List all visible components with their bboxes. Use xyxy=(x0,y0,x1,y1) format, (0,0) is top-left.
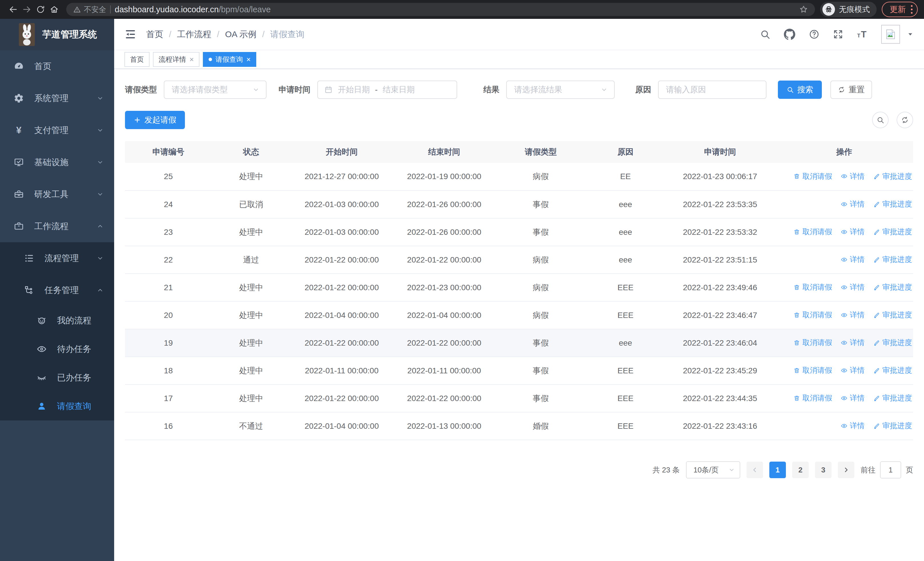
goto-page-input[interactable] xyxy=(880,461,901,478)
total-count-label: 共 23 条 xyxy=(652,465,680,475)
progress-link[interactable]: 审批进度 xyxy=(873,254,912,265)
cancel-leave-link[interactable]: 取消请假 xyxy=(793,393,832,403)
next-page-button[interactable] xyxy=(838,462,854,478)
sidebar-item-briefcase[interactable]: 工作流程 xyxy=(0,210,114,242)
progress-link[interactable]: 审批进度 xyxy=(873,227,912,237)
progress-link[interactable]: 审批进度 xyxy=(873,171,912,181)
cell-reason: EEE xyxy=(586,274,665,301)
cancel-leave-link[interactable]: 取消请假 xyxy=(793,338,832,347)
col-header-actions: 操作 xyxy=(776,141,913,163)
breadcrumb-item[interactable]: 首页 xyxy=(146,29,163,40)
detail-link[interactable]: 详情 xyxy=(841,171,865,181)
pen-icon xyxy=(873,367,880,374)
page-size-select[interactable]: 10条/页 xyxy=(686,461,740,478)
sidebar-item-user[interactable]: 请假查询 xyxy=(0,392,114,420)
cell-start: 2022-01-22 00:00:00 xyxy=(291,385,393,412)
detail-link[interactable]: 详情 xyxy=(841,421,865,431)
progress-link[interactable]: 审批进度 xyxy=(873,365,912,375)
progress-link[interactable]: 审批进度 xyxy=(873,199,912,209)
browser-menu-dots-icon[interactable] xyxy=(911,5,913,14)
app-logo[interactable]: 芋道管理系统 xyxy=(0,19,114,50)
create-leave-button[interactable]: 发起请假 xyxy=(125,111,185,129)
progress-link[interactable]: 审批进度 xyxy=(873,310,912,320)
sidebar-item-label: 基础设施 xyxy=(34,156,87,168)
avatar-caret-down-icon xyxy=(907,31,914,38)
apply-time-range-picker[interactable]: 开始日期 - 结束日期 xyxy=(317,81,457,99)
detail-link[interactable]: 详情 xyxy=(841,310,865,320)
help-icon[interactable] xyxy=(809,29,819,40)
detail-action-label: 详情 xyxy=(850,310,865,320)
filter-form: 请假类型 请选择请假类型 申请时间 开始日期 - 结束日期 结果 请选择流结果 xyxy=(125,81,913,99)
reset-button[interactable]: 重置 xyxy=(830,81,872,99)
sidebar-item-task-tree[interactable]: 任务管理 xyxy=(0,274,114,306)
progress-link[interactable]: 审批进度 xyxy=(873,282,912,292)
refresh-icon xyxy=(838,86,845,93)
sidebar-item-eye-closed[interactable]: 已办任务 xyxy=(0,363,114,392)
header-search-icon[interactable] xyxy=(760,29,771,40)
page-button-3[interactable]: 3 xyxy=(815,462,831,478)
sidebar-item-flow-list[interactable]: 流程管理 xyxy=(0,242,114,274)
tab-view[interactable]: 流程详情× xyxy=(153,52,200,67)
tab-close-icon[interactable]: × xyxy=(189,56,194,63)
sidebar-item-eye[interactable]: 待办任务 xyxy=(0,335,114,363)
detail-link[interactable]: 详情 xyxy=(841,254,865,265)
bookmark-star-icon[interactable] xyxy=(799,5,808,14)
cancel-leave-link[interactable]: 取消请假 xyxy=(793,365,832,375)
sidebar-item-toolbox[interactable]: 研发工具 xyxy=(0,178,114,210)
detail-link[interactable]: 详情 xyxy=(841,282,865,292)
detail-link[interactable]: 详情 xyxy=(841,365,865,375)
fullscreen-icon[interactable] xyxy=(832,29,843,40)
detail-link[interactable]: 详情 xyxy=(841,393,865,403)
page-button-2[interactable]: 2 xyxy=(792,462,809,478)
sidebar-item-gear[interactable]: 系统管理 xyxy=(0,82,114,114)
refresh-table-button[interactable] xyxy=(897,112,913,128)
search-button[interactable]: 搜索 xyxy=(778,81,822,99)
detail-action-label: 详情 xyxy=(850,254,865,265)
progress-link[interactable]: 审批进度 xyxy=(873,338,912,347)
detail-link[interactable]: 详情 xyxy=(841,338,865,347)
page-button-1[interactable]: 1 xyxy=(770,462,786,478)
breadcrumb-item[interactable]: 工作流程 xyxy=(177,29,211,40)
progress-link[interactable]: 审批进度 xyxy=(873,393,912,403)
result-select[interactable]: 请选择流结果 xyxy=(506,81,615,99)
sidebar-item-yen[interactable]: ¥支付管理 xyxy=(0,114,114,146)
github-icon[interactable] xyxy=(784,28,796,40)
cell-actions: 详情审批进度 xyxy=(776,191,913,218)
browser-update-button[interactable]: 更新 xyxy=(882,2,918,17)
cancel-leave-link[interactable]: 取消请假 xyxy=(793,227,832,237)
tab-home[interactable]: 首页 xyxy=(124,52,150,67)
eye-icon xyxy=(841,229,848,235)
toolbox-icon xyxy=(13,189,24,199)
sidebar-collapse-icon[interactable] xyxy=(124,28,136,40)
font-size-icon[interactable]: TT xyxy=(856,29,868,40)
sidebar-item-monitor[interactable]: 基础设施 xyxy=(0,146,114,178)
cell-status: 处理中 xyxy=(212,357,291,385)
progress-link[interactable]: 审批进度 xyxy=(873,421,912,431)
eye-icon xyxy=(36,344,47,354)
cancel-leave-link[interactable]: 取消请假 xyxy=(793,171,832,181)
user-avatar[interactable] xyxy=(881,25,900,44)
breadcrumb-item[interactable]: OA 示例 xyxy=(225,29,256,40)
tab-close-icon[interactable]: × xyxy=(246,56,250,63)
table-row: 24已取消2022-01-03 00:00:002022-01-26 00:00… xyxy=(125,191,913,218)
detail-link[interactable]: 详情 xyxy=(841,199,865,209)
show-search-toggle-button[interactable] xyxy=(872,112,889,128)
cell-actions: 取消请假详情审批进度 xyxy=(776,218,913,246)
cell-end: 2022-01-13 00:00:00 xyxy=(393,412,495,440)
tab-view[interactable]: 请假查询× xyxy=(203,52,256,67)
browser-home-button[interactable] xyxy=(47,3,61,16)
browser-reload-button[interactable] xyxy=(34,3,47,16)
pen-icon xyxy=(873,311,880,319)
cancel-leave-link[interactable]: 取消请假 xyxy=(793,310,832,320)
sidebar-item-dashboard[interactable]: 首页 xyxy=(0,50,114,82)
reason-input[interactable] xyxy=(660,85,764,94)
browser-back-button[interactable] xyxy=(6,3,20,16)
address-bar[interactable]: 不安全 dashboard.yudao.iocoder.cn/bpm/oa/le… xyxy=(66,3,815,16)
sidebar-item-robot[interactable]: 我的流程 xyxy=(0,306,114,335)
prev-page-button[interactable] xyxy=(747,462,763,478)
leave-type-select[interactable]: 请选择请假类型 xyxy=(164,81,267,99)
svg-text:T: T xyxy=(861,29,866,39)
cancel-leave-link[interactable]: 取消请假 xyxy=(793,282,832,292)
browser-forward-button[interactable] xyxy=(20,3,34,16)
detail-link[interactable]: 详情 xyxy=(841,227,865,237)
